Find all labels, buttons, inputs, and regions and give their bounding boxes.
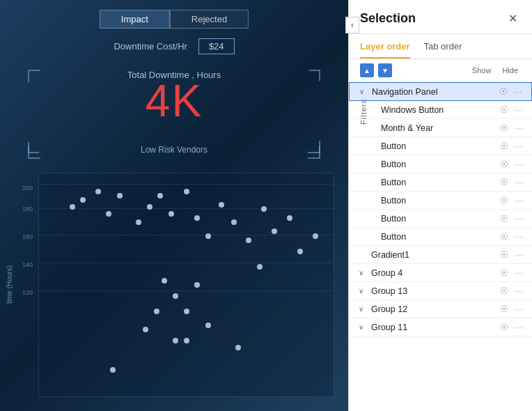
layer-item[interactable]: ∨ Button ☉ ··· [349,228,532,246]
chevron-icon: ∨ [359,323,367,331]
collapse-icon: ‹ [351,20,354,30]
hide-label: Hide [502,66,518,75]
grid-140: 140 [22,261,33,268]
scatter-dot [169,211,174,217]
eye-icon[interactable]: ☉ [500,104,508,115]
layer-item[interactable]: ∨ Group 11 ☉ ··· [349,318,532,336]
scatter-dot [173,338,178,343]
tab-impact[interactable]: Impact [100,10,170,29]
eye-icon[interactable]: ☉ [500,123,508,133]
grid-180: 180 [22,206,33,212]
scatter-dot [287,215,292,221]
scatter-dot [162,278,167,284]
order-down-button[interactable]: ▼ [378,63,392,77]
layer-item[interactable]: ∨ Gradient1 ☉ ··· [349,246,532,264]
scatter-dot [297,249,303,254]
filters-label-wrap: Filters [359,84,368,139]
chevron-icon: ∨ [359,305,367,313]
scatter-dot [257,264,263,270]
eye-icon[interactable]: ☉ [500,141,508,151]
y-axis-label: time (Hours) [6,173,13,397]
layer-item[interactable]: ∨ Button ☉ ··· [349,192,532,210]
layer-name: Group 11 [371,323,497,332]
scatter-dot [184,338,189,343]
tab-tab-order[interactable]: Tab order [424,34,462,59]
scatter-dot [106,211,111,217]
more-icon[interactable]: ··· [514,123,524,133]
chevron-icon: ∨ [359,287,367,295]
eye-icon[interactable]: ☉ [500,231,508,242]
layer-name: Button [381,141,497,151]
scatter-dot [147,204,152,210]
eye-icon[interactable]: ☉ [500,322,508,332]
scatter-dot [194,282,200,288]
layer-item[interactable]: ∨ Windows Button ☉ ··· [349,101,532,119]
more-icon[interactable]: ··· [514,286,524,296]
scatter-dot [70,204,75,210]
cost-value: $24 [198,38,235,54]
big-value: 4K [0,75,348,127]
collapse-button[interactable]: ‹ [345,17,359,33]
eye-icon[interactable]: ☉ [500,267,508,278]
close-button[interactable]: ✕ [504,10,521,26]
eye-icon[interactable]: ☉ [500,177,508,187]
layer-item[interactable]: ∨ Navigation Panel ☉ ··· [349,82,532,101]
eye-icon[interactable]: ☉ [500,304,508,314]
more-icon[interactable]: ··· [514,231,524,242]
more-icon[interactable]: ··· [514,159,524,169]
layer-item[interactable]: ∨ Group 13 ☉ ··· [349,282,532,300]
more-icon[interactable]: ··· [514,177,524,187]
layer-item[interactable]: ∨ Button ☉ ··· [349,155,532,173]
eye-icon[interactable]: ☉ [500,249,508,260]
layer-name: Button [381,232,497,242]
more-icon[interactable]: ··· [514,195,524,206]
eye-icon[interactable]: ☉ [500,195,508,206]
show-label: Show [472,66,492,75]
low-risk-label: Low Risk Vendors [0,145,348,155]
more-icon[interactable]: ··· [514,104,524,115]
scatter-dot [184,309,189,314]
cost-label: Downtime Cost/Hr [114,41,187,52]
eye-icon[interactable]: ☉ [500,159,508,169]
scatter-dot [157,193,163,199]
chart-area [38,173,334,397]
tab-layer-order[interactable]: Layer order [360,34,410,59]
show-hide-labels: Show Hide [472,66,518,75]
scatter-dot [110,367,116,373]
order-controls: ▲ ▼ Show Hide [349,59,532,82]
layer-item[interactable]: ∨ Group 12 ☉ ··· [349,300,532,318]
more-icon[interactable]: ··· [514,213,524,224]
grid-120: 120 [22,289,33,296]
more-icon[interactable]: ··· [514,267,524,278]
order-up-button[interactable]: ▲ [360,63,374,77]
more-icon[interactable]: ··· [514,249,524,260]
more-icon[interactable]: ··· [514,141,524,151]
layer-item[interactable]: ∨ Button ☉ ··· [349,210,532,228]
layer-item[interactable]: ∨ Button ☉ ··· [349,173,532,192]
scatter-dot [235,345,241,350]
layer-item[interactable]: ∨ Group 4 ☉ ··· [349,264,532,282]
more-icon[interactable]: ··· [514,322,524,332]
layer-item[interactable]: ∨ Button ☉ ··· [349,137,532,155]
eye-icon[interactable]: ☉ [500,286,508,296]
eye-icon[interactable]: ☉ [499,86,508,97]
scatter-dot [143,327,148,332]
scatter-dot [80,197,86,203]
grid-160: 160 [22,233,33,240]
scatter-dot [205,233,211,239]
layer-item[interactable]: ∨ Month & Year ☉ ··· [349,119,532,137]
eye-icon[interactable]: ☉ [500,213,508,224]
scatter-dot [184,189,189,194]
chevron-icon: ∨ [359,269,367,277]
scatter-dot [231,219,237,225]
tab-rejected[interactable]: Rejected [170,10,249,29]
more-icon[interactable]: ··· [514,304,524,314]
layer-name: Button [381,160,497,169]
scatter-dot [246,238,251,243]
scatter-dot [313,233,318,239]
layer-name: Group 13 [371,286,497,296]
panel-title: Selection [360,11,416,26]
panel-tabs: Layer order Tab order [349,34,532,59]
layer-name: Gradient1 [371,250,497,260]
more-icon[interactable]: ··· [513,86,523,97]
